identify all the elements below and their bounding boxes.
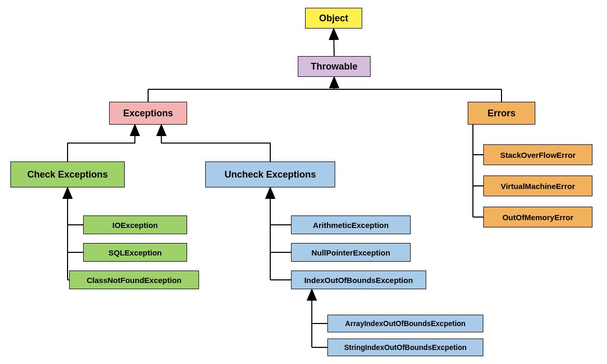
node-check-exceptions: Check Exceptions xyxy=(10,161,125,187)
node-throwable: Throwable xyxy=(298,56,371,77)
node-stringindex: StringIndexOutOfBoundsExcpetion xyxy=(327,339,483,356)
node-indexoutofbounds: IndexOutOfBoundsException xyxy=(291,271,426,289)
node-stackoverflow: StackOverFlowError xyxy=(483,144,592,165)
node-errors: Errors xyxy=(468,102,535,125)
node-exceptions: Exceptions xyxy=(109,102,187,125)
node-object: Object xyxy=(305,8,362,29)
node-arithmetic: ArithmeticException xyxy=(291,215,411,234)
node-arrayindex: ArrayIndexOutOfBoundsExcpetion xyxy=(327,315,483,332)
node-virtualmachine: VirtualMachineError xyxy=(483,176,592,196)
node-uncheck-exceptions: Uncheck Exceptions xyxy=(205,161,335,187)
node-classnotfound: ClassNotFoundException xyxy=(69,271,199,289)
node-ioexception: IOException xyxy=(83,215,187,234)
node-sqlexception: SQLException xyxy=(83,243,187,262)
node-outofmemory: OutOfMemoryError xyxy=(483,207,592,227)
node-nullpointer: NullPointerException xyxy=(291,243,411,262)
